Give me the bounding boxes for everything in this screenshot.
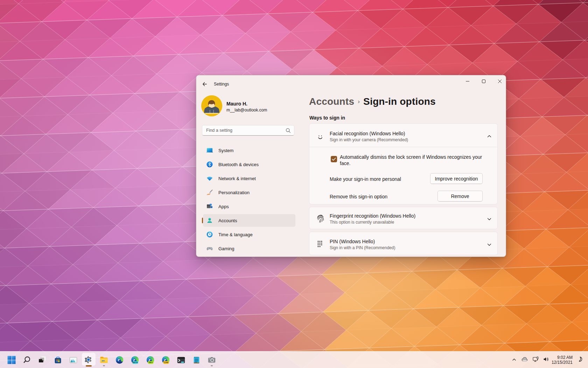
svg-text:CAN: CAN xyxy=(164,361,168,363)
svg-text:BETA: BETA xyxy=(133,361,138,363)
svg-text:DEV: DEV xyxy=(148,361,153,363)
